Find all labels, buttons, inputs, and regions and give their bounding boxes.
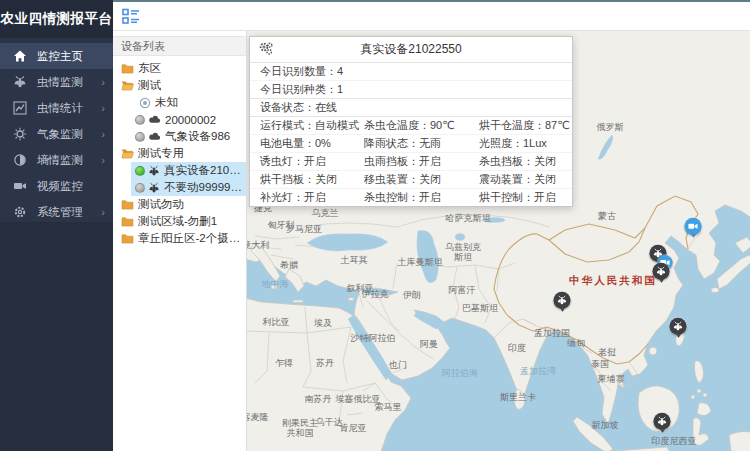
home-icon [13, 49, 27, 63]
popup-status-cell: 虫雨挡板：开启 [364, 153, 479, 170]
device-marker-insect[interactable] [670, 318, 687, 335]
tree-folder[interactable]: 测试专用 [113, 145, 246, 162]
tree-device[interactable]: 气象设备986 [113, 128, 246, 145]
video-icon [13, 179, 27, 193]
folder-closed-icon [121, 233, 134, 244]
popup-status-cell: 烘干仓温度：87℃ [479, 117, 572, 134]
topbar [113, 0, 750, 31]
chevron-right-icon: › [101, 77, 105, 88]
tree-item-label: 真实设备21022550 [164, 163, 246, 178]
sidebar-item-label: 虫情监测 [37, 75, 83, 90]
tree-folder[interactable]: 东区 [113, 60, 246, 77]
sidebar-item-video-monitor[interactable]: 视频监控 [0, 173, 113, 199]
folder-open-icon [121, 148, 134, 159]
sidebar-item-monitor-home[interactable]: 监控主页 [0, 43, 113, 69]
tree-folder[interactable]: 章丘阳丘区-2个摄像头 [113, 230, 246, 247]
popup-status-cell: 电池电量：0% [250, 135, 364, 152]
device-marker-camera[interactable] [685, 218, 702, 235]
bug-icon [13, 75, 27, 89]
popup-status-cell: 烘干控制：开启 [479, 189, 572, 206]
sidebar-item-label: 气象监测 [37, 127, 83, 142]
device-marker-insect[interactable] [554, 292, 571, 309]
popup-title: 真实设备21022550 [360, 42, 461, 56]
tree-folder[interactable]: 测试勿动 [113, 196, 246, 213]
tree-item-label: 气象设备986 [165, 129, 230, 144]
status-dot-offline [135, 115, 145, 125]
target-device-icon [139, 97, 151, 109]
popup-summary-row: 今日识别数量：4 [250, 63, 572, 81]
weather-icon [13, 127, 27, 141]
tree-item-label: 测试专用 [138, 146, 184, 161]
popup-status-cell: 运行模式：自动模式 [250, 117, 364, 134]
insect-pin-icon [654, 413, 671, 430]
popup-status-cell: 诱虫灯：开启 [250, 153, 364, 170]
status-dot-offline [135, 132, 145, 142]
sidebar-item-label: 视频监控 [37, 179, 83, 194]
sidebar-item-label: 虫情统计 [37, 101, 83, 116]
sidebar-item-insect-stats[interactable]: 虫情统计› [0, 95, 113, 121]
device-list-title: 设备列表 [113, 36, 246, 56]
popup-status-row: 电池电量：0%降雨状态：无雨光照度：1Lux [250, 135, 572, 153]
tree-item-label: 东区 [138, 61, 161, 76]
insect-pin-icon [670, 318, 687, 335]
moisture-icon [13, 153, 27, 167]
tree-item-label: 测试区域-勿删1 [138, 214, 217, 229]
device-marker-insect[interactable] [654, 413, 671, 430]
popup-status-cell: 震动装置：关闭 [479, 171, 572, 188]
popup-status-cell: 补光灯：开启 [250, 189, 364, 206]
app-title: 农业四情测报平台 [0, 0, 113, 38]
sidebar-item-system-manage[interactable]: 系统管理› [0, 199, 113, 225]
map-canvas[interactable]: 俄罗斯蒙古中华人民共和国捷克乌克兰匈牙利罗马尼亚意大利希腊土耳其地中海叙利亚伊拉… [247, 31, 750, 451]
app-root: 农业四情测报平台 监控主页虫情监测›虫情统计›气象监测›墒情监测›视频监控系统管… [0, 0, 750, 451]
tree-device[interactable]: 不要动99999999 [113, 179, 246, 196]
device-tree: 东区测试未知20000002气象设备986测试专用真实设备21022550不要动… [113, 56, 246, 247]
folder-open-icon [121, 80, 134, 91]
cloud-device-icon [148, 131, 161, 142]
popup-status-row: 补光灯：开启杀虫控制：开启烘干控制：开启 [250, 189, 572, 206]
chevron-right-icon: › [101, 129, 105, 140]
insect-pin-icon [653, 263, 670, 280]
sidebar-item-label: 监控主页 [37, 49, 83, 64]
tree-device[interactable]: 20000002 [113, 111, 246, 128]
device-marker-insect[interactable] [653, 263, 670, 280]
cloud-device-icon [148, 114, 161, 125]
sidebar-item-soil-monitor[interactable]: 墒情监测› [0, 147, 113, 173]
tree-folder[interactable]: 测试 [113, 77, 246, 94]
sidebar-item-weather-monitor[interactable]: 气象监测› [0, 121, 113, 147]
device-info-popup: 真实设备21022550 今日识别数量：4今日识别种类：1设备状态：在线运行模式… [249, 36, 573, 207]
tree-item-label: 20000002 [165, 114, 216, 126]
chevron-right-icon: › [101, 103, 105, 114]
folder-closed-icon [121, 63, 134, 74]
camera-pin-icon [685, 218, 702, 235]
sidebar-menu: 监控主页虫情监测›虫情统计›气象监测›墒情监测›视频监控系统管理› [0, 38, 113, 225]
chevron-right-icon: › [101, 155, 105, 166]
popup-status-row: 诱虫灯：开启虫雨挡板：开启杀虫挡板：关闭 [250, 153, 572, 171]
device-panel: 设备列表 东区测试未知20000002气象设备986测试专用真实设备210225… [113, 31, 247, 451]
popup-status-cell: 降雨状态：无雨 [364, 135, 479, 152]
tree-toggle-icon[interactable] [122, 8, 141, 25]
status-dot-offline [135, 183, 145, 193]
status-dot-online [135, 166, 145, 176]
popup-status-cell: 烘干挡板：关闭 [250, 171, 364, 188]
settings-gears-icon[interactable] [258, 41, 274, 57]
tree-device[interactable]: 未知 [113, 94, 246, 111]
sidebar-item-label: 系统管理 [37, 205, 83, 220]
gear-icon [13, 205, 27, 219]
tree-item-label: 章丘阳丘区-2个摄像头 [138, 231, 246, 246]
tree-device[interactable]: 真实设备21022550 [113, 162, 246, 179]
folder-closed-icon [121, 199, 134, 210]
popup-status-row: 烘干挡板：关闭移虫装置：关闭震动装置：关闭 [250, 171, 572, 189]
insect-pin-icon [554, 292, 571, 309]
popup-status-cell: 杀虫控制：开启 [364, 189, 479, 206]
popup-status-cell: 杀虫仓温度：90℃ [364, 117, 479, 134]
tree-item-label: 测试 [138, 78, 161, 93]
chart-icon [13, 101, 27, 115]
folder-closed-icon [121, 216, 134, 227]
popup-body: 今日识别数量：4今日识别种类：1设备状态：在线运行模式：自动模式杀虫仓温度：90… [250, 63, 572, 206]
tree-item-label: 不要动99999999 [164, 180, 246, 195]
popup-status-cell: 移虫装置：关闭 [364, 171, 479, 188]
tree-folder[interactable]: 测试区域-勿删1 [113, 213, 246, 230]
sidebar-item-label: 墒情监测 [37, 153, 83, 168]
sidebar-item-insect-monitor[interactable]: 虫情监测› [0, 69, 113, 95]
bug-device-icon [148, 182, 160, 194]
